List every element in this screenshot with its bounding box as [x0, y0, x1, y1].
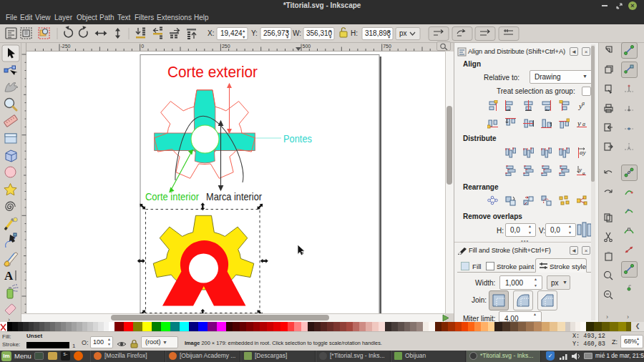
svg-text:›: ›	[627, 313, 629, 321]
svg-text:a: a	[582, 170, 585, 176]
svg-text:a: a	[582, 121, 585, 127]
svg-text:A: A	[4, 269, 14, 283]
svg-text:Corte interior: Corte interior	[145, 191, 199, 202]
svg-text:›: ›	[606, 313, 608, 321]
svg-text:250: 250	[222, 44, 230, 49]
svg-text:750: 750	[383, 44, 391, 49]
svg-text:ay: ay	[580, 149, 586, 156]
svg-text:0: 0	[141, 44, 144, 49]
svg-text:-250: -250	[61, 44, 71, 49]
svg-text:Marca interior: Marca interior	[206, 191, 262, 202]
svg-text:Pontes: Pontes	[283, 133, 312, 145]
svg-text:500: 500	[303, 44, 311, 49]
svg-text:y: y	[577, 119, 581, 127]
svg-text:Corte exterior: Corte exterior	[167, 64, 258, 81]
svg-text:a: a	[582, 100, 585, 107]
